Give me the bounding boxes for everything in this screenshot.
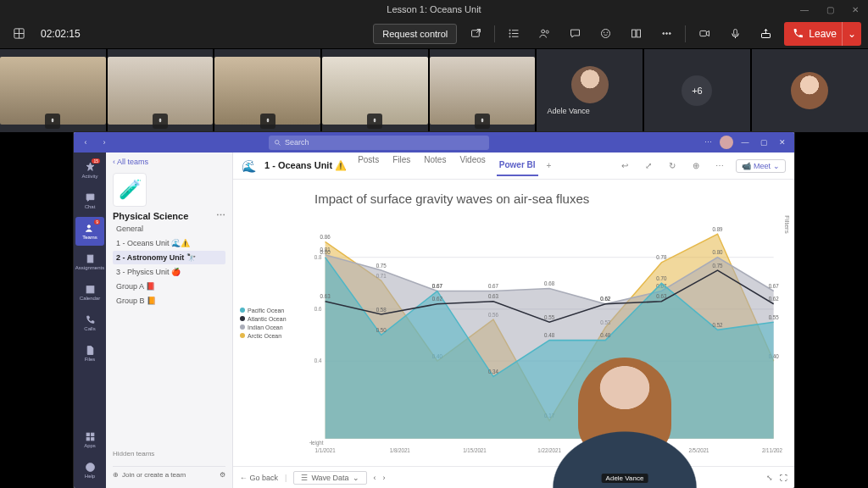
mic-icon	[260, 114, 275, 129]
svg-text:0.4: 0.4	[314, 358, 322, 363]
go-back-button[interactable]: ← Go back	[240, 474, 278, 482]
window-close-icon[interactable]: ✕	[843, 0, 868, 19]
svg-text:0.63: 0.63	[488, 293, 498, 299]
svg-text:0.80: 0.80	[320, 249, 331, 255]
reactions-icon[interactable]	[593, 22, 617, 46]
more-icon[interactable]: ⋯	[216, 210, 225, 221]
globe-icon[interactable]: ⊕	[688, 158, 704, 174]
svg-point-31	[87, 225, 90, 228]
list-icon[interactable]	[502, 22, 526, 46]
rooms-icon[interactable]	[624, 22, 648, 46]
window-minimize-icon[interactable]: ―	[792, 0, 817, 19]
tab-files[interactable]: Files	[390, 155, 413, 176]
legend-item[interactable]: Arctic Ocean	[240, 333, 309, 339]
participant-tile[interactable]: Adele Vance	[537, 49, 643, 132]
leave-chevron-icon[interactable]: ⌄	[842, 22, 856, 46]
chat-icon[interactable]	[563, 22, 587, 46]
settings-icon[interactable]: ⚙	[220, 471, 225, 479]
search-input[interactable]: Search	[269, 136, 489, 150]
channel-item[interactable]: 3 - Physics Unit 🍎	[113, 265, 225, 279]
meeting-duration: 02:02:15	[41, 28, 81, 40]
shared-window: ‹ › Search ⋯ ― ▢ ✕ Activity15ChatTeams9A…	[74, 132, 794, 488]
rail-teams[interactable]: Teams9	[75, 217, 104, 246]
rail-chat[interactable]: Chat	[75, 186, 104, 215]
join-team-icon[interactable]: ⊕	[113, 471, 119, 479]
svg-text:0.55: 0.55	[544, 313, 554, 319]
request-control-button[interactable]: Request control	[373, 24, 457, 44]
back-arrow-icon[interactable]: ‹	[79, 136, 92, 149]
legend-item[interactable]: Pacific Ocean	[240, 308, 309, 313]
fit-icon[interactable]: ⤡	[766, 474, 773, 482]
rail-files[interactable]: Files	[75, 339, 104, 368]
more-icon[interactable]: ⋯	[712, 158, 727, 174]
rail-activity[interactable]: Activity15	[75, 156, 104, 185]
mic-icon[interactable]	[723, 22, 747, 46]
channel-item[interactable]: Group B 📙	[113, 294, 225, 308]
reply-icon[interactable]: ↩	[617, 158, 632, 174]
overflow-tile[interactable]: +6	[644, 49, 750, 132]
participant-tile[interactable]	[108, 49, 214, 132]
tab-posts[interactable]: Posts	[355, 155, 381, 176]
window-title: Lesson 1: Oceans Unit	[387, 4, 481, 14]
tab-power-bi[interactable]: Power BI	[497, 160, 538, 176]
next-page-icon[interactable]: ›	[383, 474, 386, 482]
tab-notes[interactable]: Notes	[421, 155, 448, 176]
rail-calendar[interactable]: Calendar	[75, 278, 104, 307]
window-maximize-icon[interactable]: ▢	[817, 0, 843, 19]
rail-apps[interactable]: Apps	[75, 425, 104, 454]
channel-item[interactable]: 2 - Astronomy Unit 🔭	[113, 251, 225, 264]
rail-assignments[interactable]: Assignments	[75, 247, 104, 276]
svg-text:0.75: 0.75	[713, 262, 723, 268]
meet-button[interactable]: 📹 Meet ⌄	[736, 159, 786, 173]
camera-icon[interactable]	[693, 22, 716, 46]
svg-line-30	[279, 143, 281, 145]
fullscreen-icon[interactable]: ⛶	[780, 474, 787, 482]
svg-rect-32	[87, 255, 93, 263]
add-tab-icon[interactable]: +	[547, 161, 552, 170]
app-rail: Activity15ChatTeams9AssignmentsCalendarC…	[74, 152, 106, 488]
window-close-icon[interactable]: ✕	[776, 136, 789, 149]
participant-tile[interactable]	[322, 49, 428, 132]
channel-item[interactable]: 1 - Oceans Unit 🌊⚠️	[113, 236, 225, 250]
channel-item[interactable]: Group A 📕	[113, 280, 225, 293]
svg-text:1/15/2021: 1/15/2021	[463, 447, 487, 453]
participant-tile[interactable]	[430, 49, 536, 132]
more-icon[interactable]	[654, 22, 678, 46]
join-team-link[interactable]: Join or create a team	[122, 471, 186, 479]
self-tile[interactable]	[752, 49, 868, 132]
share-stage: ‹ › Search ⋯ ― ▢ ✕ Activity15ChatTeams9A…	[0, 132, 868, 488]
refresh-icon[interactable]: ↻	[665, 158, 680, 174]
layout-icon[interactable]	[7, 22, 31, 46]
svg-point-11	[546, 30, 548, 33]
svg-point-7	[509, 30, 510, 30]
share-icon[interactable]	[754, 22, 777, 46]
popout-icon[interactable]	[464, 22, 487, 46]
tab-videos[interactable]: Videos	[457, 155, 487, 176]
expand-icon[interactable]: ⤢	[641, 158, 656, 174]
overflow-count: +6	[682, 75, 712, 106]
forward-arrow-icon[interactable]: ›	[97, 136, 111, 149]
window-maximize-icon[interactable]: ▢	[757, 136, 771, 149]
participant-tile[interactable]	[214, 49, 320, 132]
hidden-teams-label[interactable]: Hidden teams	[113, 441, 225, 466]
svg-text:1/8/2021: 1/8/2021	[390, 447, 410, 453]
more-icon[interactable]: ⋯	[701, 136, 715, 149]
filters-pane-label[interactable]: Filters	[780, 212, 794, 237]
window-minimize-icon[interactable]: ―	[738, 136, 752, 149]
rail-calls[interactable]: Calls	[75, 308, 104, 337]
people-icon[interactable]	[532, 22, 556, 46]
back-to-teams-link[interactable]: ‹ All teams	[113, 158, 225, 166]
rail-help[interactable]: ?Help	[75, 456, 104, 485]
page-selector[interactable]: ☰ Wave Data ⌄	[293, 471, 366, 485]
avatar	[571, 66, 609, 103]
avatar[interactable]	[720, 136, 733, 149]
legend-item[interactable]: Indian Ocean	[240, 324, 309, 330]
prev-page-icon[interactable]: ‹	[374, 474, 376, 482]
participant-tile[interactable]	[0, 49, 106, 132]
svg-text:0.67: 0.67	[488, 283, 498, 289]
leave-button[interactable]: Leave ⌄	[784, 22, 861, 46]
mic-icon	[367, 114, 382, 129]
svg-rect-20	[700, 30, 707, 36]
channel-item[interactable]: General	[113, 222, 225, 236]
legend-item[interactable]: Atlantic Ocean	[240, 316, 309, 322]
